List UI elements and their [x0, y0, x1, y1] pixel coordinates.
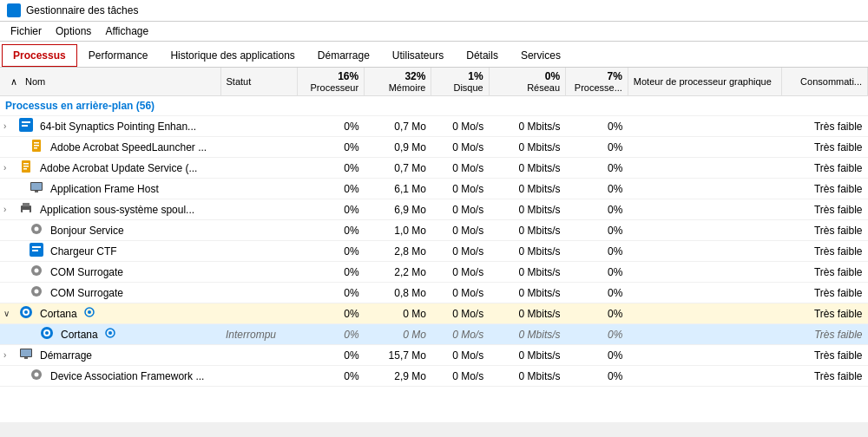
col-header-power[interactable]: Consommati...: [781, 68, 867, 96]
tab-historique[interactable]: Historique des applications: [159, 44, 306, 67]
svg-rect-2: [22, 125, 28, 127]
svg-point-30: [88, 310, 91, 314]
process-table: ∧ Nom Statut 16% Processeur 32% Mémoire …: [0, 68, 868, 387]
process-net: 0 Mbits/s: [489, 241, 565, 262]
col-header-disk[interactable]: 1% Disque: [431, 68, 489, 96]
process-name-cell[interactable]: COM Surrogate: [0, 262, 220, 283]
tab-performance[interactable]: Performance: [77, 44, 160, 67]
tab-services[interactable]: Services: [510, 44, 572, 67]
col-header-mem[interactable]: 32% Mémoire: [365, 68, 431, 96]
col-header-cpu[interactable]: 16% Processeur: [297, 68, 364, 96]
process-cpu: 0%: [297, 199, 364, 220]
col-header-gpueng[interactable]: Moteur de processeur graphique: [628, 68, 781, 96]
process-power: Très faible: [781, 179, 867, 199]
process-net: 0 Mbits/s: [489, 303, 565, 324]
process-mem: 15,7 Mo: [365, 345, 431, 366]
menu-fichier[interactable]: Fichier: [3, 23, 49, 39]
process-name-cell[interactable]: › Démarrage: [0, 345, 220, 366]
process-disk: 0 Mo/s: [431, 137, 489, 158]
svg-point-35: [108, 331, 112, 335]
process-gpueng: [628, 366, 781, 387]
process-name-text: COM Surrogate: [50, 287, 123, 299]
process-power: Très faible: [781, 158, 867, 179]
process-cpu: 0%: [297, 220, 364, 241]
process-icon: [19, 347, 33, 363]
tab-details[interactable]: Détails: [455, 44, 510, 67]
menu-options[interactable]: Options: [49, 23, 98, 39]
process-icon: [30, 139, 43, 155]
table-row[interactable]: › Adobe Acrobat Update Service (... 0% 0…: [0, 158, 868, 179]
process-name-cell[interactable]: Cortana: [0, 324, 220, 345]
col-header-name[interactable]: ∧ Nom: [0, 68, 220, 96]
process-gpu: 0%: [566, 158, 628, 179]
process-name-cell[interactable]: ∨ Cortana: [0, 303, 220, 324]
process-name-cell[interactable]: Bonjour Service: [0, 220, 220, 241]
process-icon: [19, 201, 33, 218]
process-gpueng: [628, 324, 781, 345]
table-row[interactable]: Chargeur CTF 0% 2,8 Mo 0 Mo/s 0 Mbits/s …: [0, 241, 868, 262]
table-row[interactable]: Device Association Framework ... 0% 2,9 …: [0, 366, 868, 387]
table-row[interactable]: Adobe Acrobat SpeedLauncher ... 0% 0,9 M…: [0, 137, 868, 158]
table-row[interactable]: › Application sous-système spoul... 0% 6…: [0, 199, 868, 220]
process-icon: [30, 243, 43, 259]
process-power: Très faible: [781, 220, 867, 241]
process-name-cell[interactable]: › 64-bit Synaptics Pointing Enhan...: [0, 116, 220, 137]
menu-affichage[interactable]: Affichage: [98, 23, 155, 39]
table-row[interactable]: › Démarrage 0% 15,7 Mo 0 Mo/s 0 Mbits/s …: [0, 345, 868, 366]
disk-label: Disque: [453, 82, 483, 93]
process-icon: [40, 326, 54, 342]
process-gpueng: [628, 158, 781, 179]
process-gpu: 0%: [566, 116, 628, 137]
process-disk: 0 Mo/s: [431, 179, 489, 199]
process-name-cell[interactable]: › Adobe Acrobat Update Service (...: [0, 158, 220, 179]
expand-arrow[interactable]: ›: [3, 121, 16, 131]
process-disk: 0 Mo/s: [431, 262, 489, 283]
process-power: Très faible: [781, 262, 867, 283]
power-label: Consommati...: [800, 76, 862, 87]
table-row[interactable]: ∨ Cortana 0% 0 Mo 0 Mo/s 0 Mbits/s 0% Tr…: [0, 303, 868, 324]
process-name-cell[interactable]: Chargeur CTF: [0, 241, 220, 262]
process-status: [220, 158, 297, 179]
collapse-button[interactable]: ∧: [5, 75, 23, 88]
process-disk: 0 Mo/s: [431, 366, 489, 387]
process-name-cell[interactable]: › Application sous-système spoul...: [0, 199, 220, 220]
process-name-text: Device Association Framework ...: [50, 370, 204, 382]
expand-arrow[interactable]: ›: [3, 350, 16, 360]
process-status: [220, 199, 297, 220]
process-power: Très faible: [781, 116, 867, 137]
process-name-cell[interactable]: Device Association Framework ...: [0, 366, 220, 387]
process-name-cell[interactable]: COM Surrogate: [0, 283, 220, 303]
net-pct: 0%: [545, 70, 560, 82]
process-net: 0 Mbits/s: [489, 283, 565, 303]
tab-utilisateurs[interactable]: Utilisateurs: [381, 44, 455, 67]
table-row[interactable]: Cortana Interrompu 0% 0 Mo 0 Mo/s 0 Mbit…: [0, 324, 868, 345]
process-name-text: Cortana: [61, 329, 98, 341]
process-net: 0 Mbits/s: [489, 158, 565, 179]
process-cpu: 0%: [297, 303, 364, 324]
process-disk: 0 Mo/s: [431, 116, 489, 137]
process-name-cell[interactable]: Application Frame Host: [0, 179, 220, 199]
tab-demarrage[interactable]: Démarrage: [306, 44, 381, 67]
table-row[interactable]: COM Surrogate 0% 0,8 Mo 0 Mo/s 0 Mbits/s…: [0, 283, 868, 303]
process-name-cell[interactable]: Adobe Acrobat SpeedLauncher ...: [0, 137, 220, 158]
table-row[interactable]: Application Frame Host 0% 6,1 Mo 0 Mo/s …: [0, 179, 868, 199]
svg-rect-21: [32, 250, 38, 251]
process-net: 0 Mbits/s: [489, 345, 565, 366]
process-net: 0 Mbits/s: [489, 116, 565, 137]
table-row[interactable]: COM Surrogate 0% 2,2 Mo 0 Mo/s 0 Mbits/s…: [0, 262, 868, 283]
col-header-status[interactable]: Statut: [220, 68, 297, 96]
table-row[interactable]: Bonjour Service 0% 1,0 Mo 0 Mo/s 0 Mbits…: [0, 220, 868, 241]
process-status: [220, 345, 297, 366]
expand-arrow[interactable]: ›: [3, 205, 16, 214]
process-disk: 0 Mo/s: [431, 324, 489, 345]
expand-arrow[interactable]: ›: [3, 163, 16, 173]
table-row[interactable]: › 64-bit Synaptics Pointing Enhan... 0% …: [0, 116, 868, 137]
tab-processus[interactable]: Processus: [2, 44, 77, 67]
col-header-net[interactable]: 0% Réseau: [489, 68, 565, 96]
process-name-text: COM Surrogate: [50, 266, 123, 278]
svg-rect-12: [31, 183, 42, 190]
process-gpu: 0%: [566, 303, 628, 324]
col-header-gpu[interactable]: 7% Processe...: [566, 68, 628, 96]
collapse-arrow[interactable]: ∨: [3, 309, 16, 318]
svg-rect-4: [34, 142, 39, 144]
